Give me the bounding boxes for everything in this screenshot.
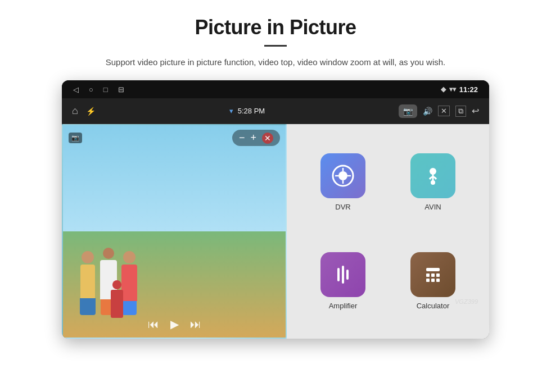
page-title: Picture in Picture — [195, 16, 356, 39]
calculator-icon-box — [410, 252, 455, 297]
pip-time-display: 5:28 PM — [238, 107, 265, 115]
svg-rect-8 — [426, 268, 440, 271]
app-grid-area: 📷 − + ✕ ⏮ ▶ ⏭ — [62, 124, 489, 339]
figure-4 — [111, 280, 123, 318]
svg-rect-11 — [436, 274, 440, 277]
pip-shrink-btn[interactable]: − — [239, 132, 245, 144]
status-bar-left: ◁ ○ □ ⊟ — [73, 85, 124, 94]
wifi-status-icon: ▾ — [229, 107, 233, 115]
icons-grid-right: DVR AVIN — [287, 124, 489, 339]
dvr-icon-box — [320, 153, 365, 198]
figures — [80, 248, 137, 315]
app-bar-right: 📷 🔊 ✕ ⧉ ↩ — [399, 104, 479, 118]
amplifier-icon-box — [320, 252, 365, 297]
video-scene — [63, 125, 286, 338]
recents-icon[interactable]: □ — [103, 85, 108, 94]
home-app-icon[interactable]: ⌂ — [72, 105, 78, 117]
svg-rect-9 — [426, 274, 430, 277]
calculator-icon-card[interactable]: Calculator — [388, 231, 478, 330]
calculator-label: Calculator — [417, 302, 450, 310]
menu-icon[interactable]: ⊟ — [118, 85, 124, 94]
pip-rewind-btn[interactable]: ⏮ — [148, 318, 159, 331]
pip-camera-icon: 📷 — [69, 133, 82, 143]
pip-grow-btn[interactable]: + — [250, 132, 256, 144]
status-bar: ◁ ○ □ ⊟ ◆ ▾▾ 11:22 — [62, 80, 489, 98]
svg-point-1 — [338, 171, 347, 180]
pip-controls: 📷 − + ✕ — [63, 130, 286, 146]
pip-resize-controls[interactable]: − + ✕ — [232, 130, 280, 146]
app-bar: ⌂ ⚡ ▾ 5:28 PM 📷 🔊 ✕ ⧉ ↩ — [62, 98, 489, 124]
dvr-icon-card[interactable]: DVR — [298, 133, 388, 231]
avin-label: AVIN — [424, 203, 441, 211]
device-frame: ◁ ○ □ ⊟ ◆ ▾▾ 11:22 ⌂ ⚡ ▾ 5:28 PM 📷 — [62, 80, 489, 339]
svg-point-4 — [431, 180, 435, 185]
svg-rect-10 — [431, 274, 435, 277]
avin-icon-box — [410, 153, 455, 198]
pip-mode-icon[interactable]: ⧉ — [455, 106, 466, 117]
page-subtitle: Support video picture in picture functio… — [106, 56, 445, 69]
clock-display: 11:22 — [459, 85, 478, 94]
dvr-label: DVR — [335, 203, 350, 211]
close-icon[interactable]: ✕ — [438, 106, 450, 116]
pip-close-btn[interactable]: ✕ — [262, 133, 273, 144]
pip-forward-btn[interactable]: ⏭ — [190, 318, 201, 331]
usb-icon[interactable]: ⚡ — [86, 107, 96, 116]
pip-play-btn[interactable]: ▶ — [170, 317, 179, 331]
title-divider — [264, 45, 287, 47]
status-bar-right: ◆ ▾▾ 11:22 — [441, 85, 478, 94]
watermark: VGZ399 — [455, 298, 478, 305]
avin-icon-card[interactable]: AVIN — [388, 133, 478, 231]
app-bar-center: ▾ 5:28 PM — [229, 107, 265, 115]
pip-playback: ⏮ ▶ ⏭ — [63, 317, 286, 331]
svg-rect-13 — [431, 279, 435, 282]
camera-icon[interactable]: 📷 — [399, 104, 417, 118]
wifi-icon: ▾▾ — [449, 85, 456, 93]
pip-video[interactable]: 📷 − + ✕ ⏮ ▶ ⏭ — [62, 124, 287, 339]
pip-video-inner — [63, 125, 286, 338]
app-bar-left: ⌂ ⚡ — [72, 105, 96, 117]
figure-3 — [121, 251, 137, 315]
home-icon[interactable]: ○ — [89, 85, 93, 94]
back-nav-icon[interactable]: ↩ — [472, 106, 479, 116]
figure-1 — [80, 251, 96, 315]
amplifier-label: Amplifier — [329, 302, 358, 310]
location-icon: ◆ — [441, 85, 446, 93]
volume-icon[interactable]: 🔊 — [423, 107, 432, 116]
svg-rect-12 — [426, 279, 430, 282]
svg-rect-14 — [436, 279, 440, 282]
amplifier-icon-card[interactable]: Amplifier — [298, 231, 388, 330]
app-content: 📷 − + ✕ ⏮ ▶ ⏭ — [62, 124, 489, 339]
back-icon[interactable]: ◁ — [73, 85, 79, 94]
page-container: Picture in Picture Support video picture… — [0, 0, 551, 392]
